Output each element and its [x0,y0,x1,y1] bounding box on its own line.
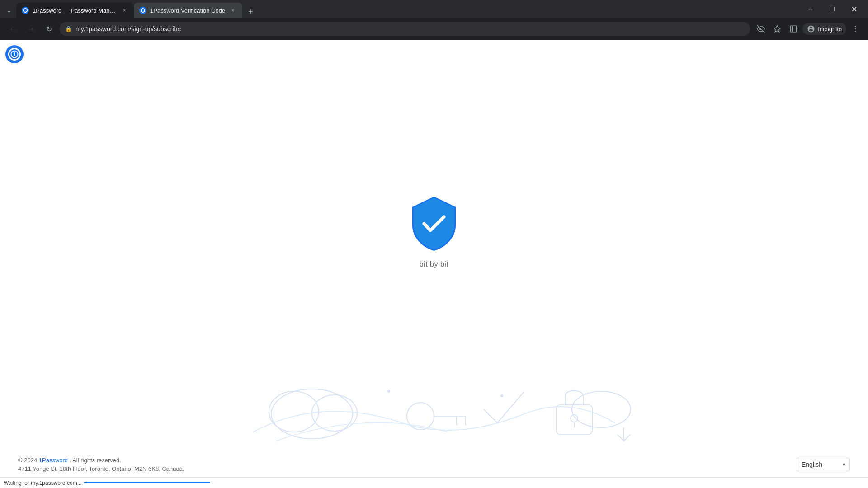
close-button[interactable]: ✕ [844,2,864,16]
lock-icon: 🔒 [65,26,72,32]
status-bar: Waiting for my.1password.com... [0,477,868,488]
rights-text: . All rights reserved. [70,457,121,464]
tab-close-1[interactable]: × [120,6,128,14]
window-controls: – □ ✕ [800,2,864,16]
new-tab-button[interactable]: + [244,5,257,18]
svg-point-10 [269,391,319,432]
incognito-label: Incognito [818,26,842,33]
back-button[interactable]: ← [5,22,20,36]
tab-favicon-1 [22,7,29,14]
brand-link[interactable]: 1Password [39,457,68,464]
status-text: Waiting for my.1password.com... [4,480,82,486]
eye-off-icon[interactable] [754,22,768,36]
browser-frame: 1Password — Password Manag... × 1Passwor… [0,0,868,488]
forward-button[interactable]: → [24,22,38,36]
tab-favicon-2 [139,7,146,14]
1password-extension-icon[interactable]: 1 [5,45,24,63]
svg-point-5 [855,28,856,29]
address-bar-row: ← → ↻ 🔒 my.1password.com/sign-up/subscri… [0,18,868,40]
toolbar-right: Incognito [754,22,863,36]
extension-logo: 1 [8,48,21,61]
address-bar[interactable]: 🔒 my.1password.com/sign-up/subscribe [60,22,750,36]
svg-rect-2 [790,26,797,32]
footer-copyright: © 2024 1Password . All rights reserved. … [18,456,184,474]
svg-text:1: 1 [13,52,16,57]
svg-point-4 [855,26,856,27]
shield-container: bit by bit [407,194,461,268]
page-footer: © 2024 1Password . All rights reserved. … [0,452,868,477]
copyright-year: © 2024 [18,457,37,464]
reload-button[interactable]: ↻ [42,22,56,36]
tab-dropdown-btn[interactable] [4,5,14,18]
tab-title-1: 1Password — Password Manag... [33,7,117,14]
language-selector-wrap: English French German Spanish [796,458,850,471]
tab-close-2[interactable]: × [229,6,237,14]
tab-title-2: 1Password Verification Code [150,7,225,14]
minimize-button[interactable]: – [800,2,821,16]
svg-point-6 [855,31,856,32]
address-text: 4711 Yonge St. 10th Floor, Toronto, Onta… [18,465,184,472]
title-bar: 1Password — Password Manag... × 1Passwor… [0,0,868,18]
url-text: my.1password.com/sign-up/subscribe [75,25,745,33]
svg-rect-16 [556,405,592,434]
decorative-illustration [231,342,637,450]
more-button[interactable] [848,22,863,36]
maximize-button[interactable]: □ [822,2,843,16]
page-content: 1 bit by bit [0,40,868,477]
shield-tagline: bit by bit [420,260,449,268]
svg-marker-1 [774,26,781,32]
svg-point-20 [500,394,503,397]
star-button[interactable] [770,22,784,36]
status-progress-bar [84,482,210,483]
tab-1password-verification[interactable]: 1Password Verification Code × [134,3,242,18]
incognito-button[interactable]: Incognito [802,23,846,35]
svg-point-19 [572,391,631,427]
svg-point-21 [387,390,390,393]
sidebar-button[interactable] [786,22,801,36]
language-select[interactable]: English French German Spanish [796,458,850,471]
tab-1password-main[interactable]: 1Password — Password Manag... × [16,3,134,18]
shield-icon [407,194,461,253]
